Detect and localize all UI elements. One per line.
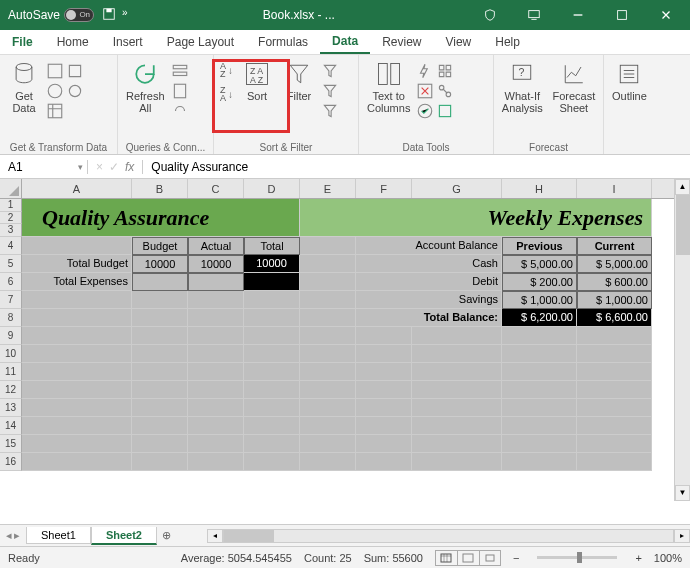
hscroll-right[interactable]: ▸: [674, 529, 690, 543]
cell[interactable]: [577, 453, 652, 471]
col-header-E[interactable]: E: [300, 179, 356, 198]
cell[interactable]: [22, 417, 132, 435]
scroll-up-button[interactable]: ▲: [675, 179, 690, 195]
sheet-nav-prev[interactable]: ◂: [6, 529, 12, 542]
title-quality-assurance[interactable]: Quality Assurance: [22, 199, 300, 237]
cell[interactable]: [356, 363, 412, 381]
cell[interactable]: $ 5,000.00: [577, 255, 652, 273]
cell[interactable]: [502, 345, 577, 363]
col-header-D[interactable]: D: [244, 179, 300, 198]
close-button[interactable]: [646, 1, 686, 29]
cell[interactable]: [22, 291, 132, 309]
zoom-level[interactable]: 100%: [654, 552, 682, 564]
cell[interactable]: $ 5,000.00: [502, 255, 577, 273]
cell[interactable]: 10000: [132, 255, 188, 273]
row-header[interactable]: 15: [0, 435, 22, 453]
cell[interactable]: [132, 399, 188, 417]
edit-links-icon[interactable]: [171, 102, 189, 120]
cell[interactable]: [577, 399, 652, 417]
sort-button[interactable]: Z AA Z Sort: [237, 58, 277, 104]
title-weekly-expenses[interactable]: Weekly Expenses: [300, 199, 652, 237]
row-header[interactable]: 9: [0, 327, 22, 345]
cell[interactable]: [22, 345, 132, 363]
header-previous[interactable]: Previous: [502, 237, 577, 255]
cell[interactable]: [502, 363, 577, 381]
cell[interactable]: [188, 399, 244, 417]
cell[interactable]: [356, 453, 412, 471]
cell[interactable]: [502, 435, 577, 453]
row-header[interactable]: 1: [0, 199, 22, 212]
cell[interactable]: [244, 291, 300, 309]
cell[interactable]: [132, 363, 188, 381]
cell[interactable]: [22, 399, 132, 417]
hscroll-left[interactable]: ◂: [207, 529, 223, 543]
tab-home[interactable]: Home: [45, 31, 101, 53]
tab-file[interactable]: File: [0, 31, 45, 53]
consolidate-icon[interactable]: [436, 62, 454, 80]
forecast-sheet-button[interactable]: Forecast Sheet: [549, 58, 599, 116]
properties-icon[interactable]: [171, 82, 189, 100]
cell[interactable]: [577, 345, 652, 363]
cell[interactable]: [577, 417, 652, 435]
vertical-scrollbar[interactable]: ▲ ▼: [674, 179, 690, 501]
cell[interactable]: [22, 237, 132, 255]
get-data-button[interactable]: Get Data: [4, 58, 44, 116]
cell[interactable]: [356, 381, 412, 399]
tab-help[interactable]: Help: [483, 31, 532, 53]
zoom-in-button[interactable]: +: [635, 552, 641, 564]
cell[interactable]: [356, 417, 412, 435]
cell[interactable]: [412, 327, 502, 345]
cell[interactable]: $ 1,000.00: [577, 291, 652, 309]
col-header-H[interactable]: H: [502, 179, 577, 198]
tab-insert[interactable]: Insert: [101, 31, 155, 53]
view-break-icon[interactable]: [479, 550, 501, 566]
cell[interactable]: [300, 435, 356, 453]
cell[interactable]: [300, 255, 356, 273]
header-account-balance[interactable]: Account Balance: [356, 237, 502, 255]
label-total-balance[interactable]: Total Balance:: [356, 309, 502, 327]
text-to-columns-button[interactable]: Text to Columns: [363, 58, 414, 116]
cell[interactable]: [502, 399, 577, 417]
cell[interactable]: [132, 327, 188, 345]
header-budget[interactable]: Budget: [132, 237, 188, 255]
save-icon[interactable]: [102, 7, 116, 24]
cell[interactable]: [356, 435, 412, 453]
cell[interactable]: [132, 381, 188, 399]
cell[interactable]: [244, 363, 300, 381]
maximize-button[interactable]: [602, 1, 642, 29]
cell[interactable]: [412, 345, 502, 363]
row-header[interactable]: 2: [0, 212, 22, 225]
advanced-filter-icon[interactable]: [321, 102, 339, 120]
cell[interactable]: [577, 363, 652, 381]
row-header[interactable]: 8: [0, 309, 22, 327]
cell[interactable]: [577, 381, 652, 399]
tab-formulas[interactable]: Formulas: [246, 31, 320, 53]
cell[interactable]: [300, 381, 356, 399]
cell[interactable]: [412, 381, 502, 399]
spreadsheet-grid[interactable]: ABCDEFGHI 123Quality AssuranceWeekly Exp…: [0, 179, 690, 524]
ribbon-options-icon[interactable]: [514, 1, 554, 29]
cell[interactable]: [502, 453, 577, 471]
formula-input[interactable]: Quality Assurance: [143, 160, 690, 174]
scroll-thumb[interactable]: [676, 195, 690, 255]
zoom-out-button[interactable]: −: [513, 552, 519, 564]
row-header[interactable]: 7: [0, 291, 22, 309]
cell[interactable]: [22, 381, 132, 399]
cell[interactable]: [244, 399, 300, 417]
col-header-A[interactable]: A: [22, 179, 132, 198]
tab-review[interactable]: Review: [370, 31, 433, 53]
refresh-all-button[interactable]: Refresh All: [122, 58, 169, 116]
relationships-icon[interactable]: [436, 82, 454, 100]
col-header-B[interactable]: B: [132, 179, 188, 198]
cell[interactable]: [412, 417, 502, 435]
filter-button[interactable]: Filter: [279, 58, 319, 104]
header-actual[interactable]: Actual: [188, 237, 244, 255]
tab-view[interactable]: View: [433, 31, 483, 53]
cell[interactable]: [22, 309, 132, 327]
cell[interactable]: [188, 363, 244, 381]
data-validation-icon[interactable]: [416, 102, 434, 120]
cell[interactable]: [244, 453, 300, 471]
row-header[interactable]: 3: [0, 224, 22, 237]
cell[interactable]: $ 600.00: [577, 273, 652, 291]
privacy-icon[interactable]: [470, 1, 510, 29]
